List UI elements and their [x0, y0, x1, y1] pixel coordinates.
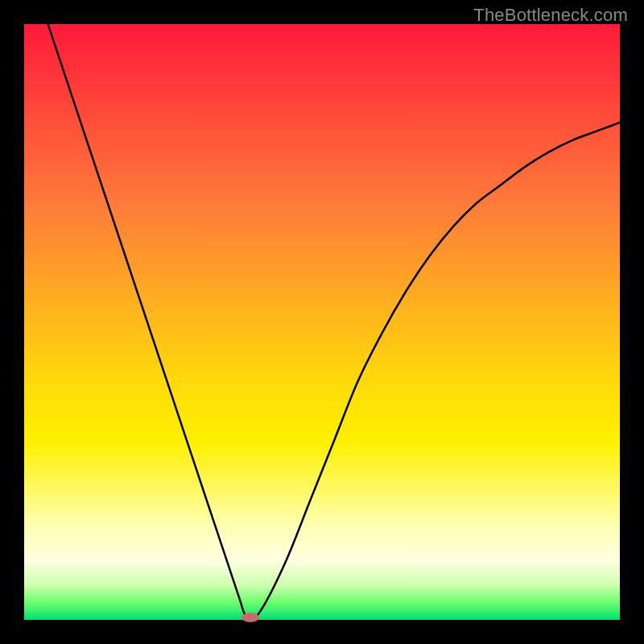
plot-gradient-background [24, 24, 620, 620]
chart-frame: TheBottleneck.com [0, 0, 644, 644]
watermark-text: TheBottleneck.com [473, 5, 628, 26]
optimal-point-marker [242, 613, 259, 622]
